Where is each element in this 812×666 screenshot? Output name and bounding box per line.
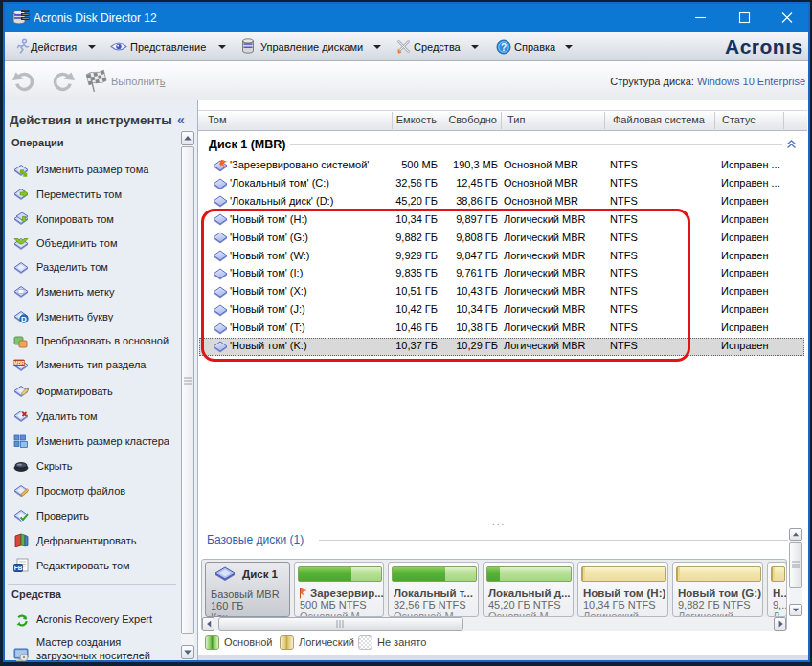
svg-text:FB: FB [14, 565, 23, 571]
svg-text:?: ? [501, 42, 507, 53]
svg-text:D: D [21, 315, 27, 323]
svg-text:MBR: MBR [13, 360, 25, 366]
